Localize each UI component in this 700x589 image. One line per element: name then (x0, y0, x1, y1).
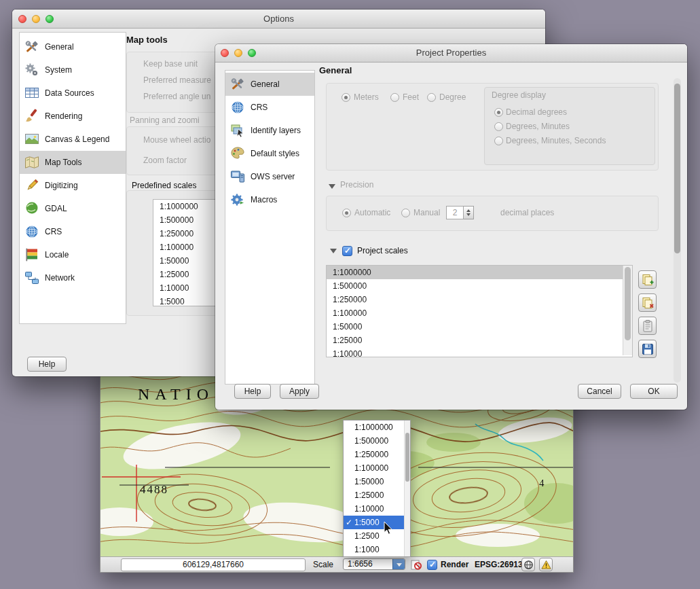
scrollbar-thumb[interactable] (625, 267, 631, 340)
sidebar-item-locale[interactable]: Locale (20, 243, 126, 266)
sidebar-item-default-styles[interactable]: Default styles (225, 142, 314, 165)
sidebar-item-network[interactable]: Network (20, 266, 126, 289)
scale-combobox[interactable]: 1:6656 (343, 558, 405, 570)
list-item[interactable]: 1:100000 (327, 306, 632, 320)
list-scrollbar[interactable] (623, 266, 632, 355)
sidebar-item-canvas-legend[interactable]: Canvas & Legend (20, 128, 126, 151)
dropdown-item[interactable]: 1:500000 (344, 434, 410, 448)
close-button[interactable] (221, 49, 229, 57)
degree-radio[interactable] (427, 93, 436, 102)
sidebar-item-label: CRS (251, 103, 268, 112)
ok-button[interactable]: OK (630, 384, 678, 399)
popup-scrollbar[interactable] (404, 421, 410, 556)
sidebar-item-crs[interactable]: CRS (20, 220, 126, 243)
degrees-minutes-seconds-radio[interactable] (494, 137, 503, 145)
dropdown-item[interactable]: 1:100000 (344, 461, 410, 475)
minimize-button[interactable] (32, 15, 40, 23)
crs-status-button[interactable] (521, 558, 535, 571)
sidebar-item-macros[interactable]: Macros (225, 188, 314, 211)
sidebar-item-label: OWS server (251, 172, 295, 181)
epsg-label: EPSG:26913 (475, 560, 523, 569)
zoom-button[interactable] (45, 15, 54, 23)
palette-icon (229, 145, 246, 162)
dropdown-item[interactable]: 1:10000 (344, 502, 410, 516)
gdal-icon (24, 200, 40, 217)
list-item[interactable]: 1:25000 (327, 334, 632, 347)
sidebar-item-label: Canvas & Legend (45, 135, 109, 144)
sidebar-item-map-tools[interactable]: Map Tools (20, 151, 126, 174)
sidebar-item-rendering[interactable]: Rendering (20, 105, 126, 128)
remove-scale-button[interactable] (638, 293, 657, 312)
load-scales-button[interactable] (638, 317, 657, 335)
list-item[interactable]: 1:1000000 (327, 266, 632, 279)
cancel-button[interactable]: Cancel (578, 384, 621, 399)
project-scales-title: Project scales (357, 246, 408, 255)
degrees-minutes-radio[interactable] (494, 122, 503, 131)
list-item[interactable]: 1:10000 (327, 347, 632, 357)
decimal-places-stepper[interactable]: 2 (446, 206, 474, 219)
automatic-radio[interactable] (342, 209, 351, 217)
dropdown-item-selected[interactable]: 1:5000 (344, 516, 410, 529)
dropdown-item[interactable]: 1:25000 (344, 488, 410, 502)
map-label-grid-number: 4 (539, 478, 545, 488)
degrees-minutes-label: Degrees, Minutes (506, 122, 570, 131)
stepper-arrows-icon[interactable] (464, 206, 474, 219)
dropdown-item[interactable]: 1:250000 (344, 448, 410, 461)
save-scales-button[interactable] (638, 340, 657, 358)
minimize-button[interactable] (234, 49, 242, 57)
help-button[interactable]: Help (234, 384, 271, 399)
add-scale-button[interactable] (638, 270, 657, 289)
sidebar-item-label: Digitizing (45, 181, 78, 190)
sidebar-item-label: Locale (45, 250, 69, 260)
decimal-degrees-radio[interactable] (494, 108, 503, 117)
messages-button[interactable] (539, 558, 553, 571)
sidebar-item-label: General (251, 79, 280, 89)
meters-label: Meters (354, 92, 379, 102)
disclosure-triangle-icon[interactable] (330, 249, 337, 253)
sidebar-item-general[interactable]: General (20, 35, 126, 58)
dropdown-item[interactable]: 1:1000000 (344, 421, 410, 434)
coordinate-field[interactable]: 606129,4817660 (121, 558, 306, 571)
stop-rendering-icon[interactable] (411, 559, 422, 570)
dropdown-item[interactable]: 1:50000 (344, 475, 410, 488)
globe-icon (229, 99, 246, 115)
manual-radio[interactable] (401, 209, 410, 217)
sidebar-item-identify-layers[interactable]: Identify layers (225, 119, 314, 142)
preferred-angle-label: Preferred angle un (143, 92, 210, 101)
help-button[interactable]: Help (27, 357, 67, 372)
apply-button[interactable]: Apply (280, 384, 319, 399)
content-scrollbar[interactable] (674, 78, 681, 382)
globe-icon (24, 224, 40, 240)
sidebar-item-general[interactable]: General (225, 73, 314, 96)
sidebar-item-crs[interactable]: CRS (225, 96, 314, 119)
list-item[interactable]: 1:50000 (327, 320, 632, 334)
scale-combobox-value: 1:6656 (348, 559, 373, 569)
project-titlebar[interactable]: Project Properties (215, 44, 687, 63)
keep-base-unit-label: Keep base unit (143, 59, 198, 69)
sidebar-item-gdal[interactable]: GDAL (20, 197, 126, 220)
mouse-cursor-icon (384, 521, 393, 535)
dropdown-arrow-icon[interactable] (392, 559, 405, 569)
disclosure-triangle-icon[interactable] (329, 184, 335, 189)
list-item[interactable]: 1:250000 (327, 293, 632, 306)
project-scales-checkbox[interactable] (342, 246, 352, 256)
dropdown-item[interactable]: 1:1000 (344, 543, 410, 556)
meters-radio[interactable] (342, 93, 350, 102)
sidebar-item-system[interactable]: System (20, 58, 126, 82)
sidebar-item-label: Default styles (251, 149, 299, 158)
close-button[interactable] (18, 15, 26, 23)
zoom-button[interactable] (248, 49, 256, 57)
options-titlebar[interactable]: Options (12, 10, 545, 29)
project-scales-list[interactable]: 1:1000000 1:500000 1:250000 1:100000 1:5… (326, 265, 633, 357)
decimal-degrees-label: Decimal degrees (506, 107, 567, 117)
scrollbar-thumb[interactable] (405, 433, 409, 482)
render-checkbox[interactable] (427, 560, 437, 570)
dropdown-item[interactable]: 1:2500 (344, 529, 410, 543)
sidebar-item-data-sources[interactable]: Data Sources (20, 82, 126, 105)
scrollbar-thumb[interactable] (674, 84, 680, 253)
feet-radio[interactable] (390, 93, 399, 102)
list-item[interactable]: 1:500000 (327, 279, 632, 293)
degree-display-title: Degree display (492, 90, 546, 100)
sidebar-item-ows-server[interactable]: OWS server (225, 165, 314, 188)
sidebar-item-digitizing[interactable]: Digitizing (20, 174, 126, 197)
